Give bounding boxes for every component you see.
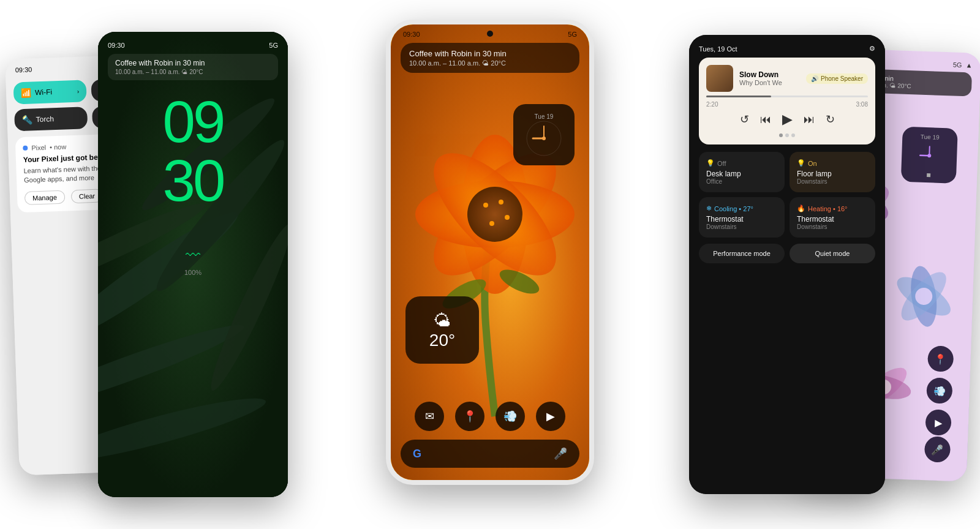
heat-icon: 🔥 (797, 204, 805, 212)
far-right-maps-icon[interactable]: 📍 (927, 345, 954, 372)
thermostat-heat-state: Heating • 16° (808, 205, 848, 212)
far-right-fan-icon[interactable]: 💨 (926, 377, 952, 403)
floor-lamp-header: 💡 On (797, 159, 868, 167)
manage-button[interactable]: Manage (24, 190, 65, 204)
music-player-card: Slow Down Why Don't We 🔊 Phone Speaker 2… (699, 58, 875, 144)
clock-face-svg (526, 120, 562, 157)
right-date: Tues, 19 Oct (699, 45, 737, 53)
center-dock: ✉ 📍 💨 ▶ (415, 402, 565, 431)
torch-tile[interactable]: 🔦 Torch (14, 107, 88, 131)
center-notif-sub: 10.00 a.m. – 11.00 a.m. 🌤 20°C (409, 59, 571, 67)
battery-percentage: 100% (108, 269, 278, 276)
center-status-bar: 09:30 5G (391, 24, 589, 38)
screen-center-main: 09:30 5G Coffee with Robin in 30 min 10.… (386, 20, 594, 485)
bulb-off-icon: 💡 (706, 159, 715, 167)
mic-icon[interactable]: 🎤 (554, 447, 567, 460)
screen-left-dark: 09:30 5G Coffee with Robin in 30 min 10.… (98, 32, 288, 497)
svg-point-16 (505, 215, 510, 220)
far-right-signal: 5G (953, 61, 962, 69)
floor-lamp-state: On (808, 160, 817, 167)
play-button[interactable]: ▶ (782, 111, 793, 127)
dot-indicators (706, 133, 868, 137)
fingerprint-icon[interactable]: 〰 (108, 247, 278, 264)
main-scene: 09:30 5G ▲ 📶 Wi-Fi › ⬡ Bluetooth 🔦 Torch (0, 0, 980, 529)
svg-point-13 (483, 203, 488, 208)
svg-point-14 (499, 200, 503, 204)
notif-time: • now (50, 143, 66, 151)
speaker-label: Phone Speaker (821, 75, 863, 82)
progress-fill (706, 96, 771, 97)
wifi-label: Wi-Fi (35, 88, 52, 97)
performance-mode-button[interactable]: Performance mode (699, 244, 785, 263)
right-status-bar: Tues, 19 Oct ⚙ (699, 45, 875, 53)
time-current: 2:20 (706, 101, 718, 108)
music-info: Slow Down Why Don't We (739, 70, 800, 86)
clock-widget-day: Tue 19 (535, 113, 554, 120)
music-artist: Why Don't We (739, 79, 800, 86)
center-notif-title: Coffee with Robin in 30 min (409, 49, 571, 58)
center-clock-widget: Tue 19 (513, 104, 575, 165)
thermostat-cool-state: Cooling • 27° (714, 205, 753, 212)
notif-dot (23, 146, 28, 151)
thermostat-heat-header: 🔥 Heating • 16° (797, 204, 868, 212)
signal-bars-icon: ▲ (965, 61, 972, 69)
desk-lamp-state: Off (717, 160, 726, 167)
gear-icon[interactable]: ⚙ (869, 45, 875, 53)
far-right-clock-widget: Tue 19 (901, 127, 958, 184)
left-dark-signal: 5G (269, 42, 278, 49)
notif-app: Pixel (31, 144, 46, 152)
svg-point-12 (467, 187, 522, 242)
center-notification-banner: Coffee with Robin in 30 min 10.00 a.m. –… (401, 43, 579, 73)
screen-right-smarthome: Tues, 19 Oct ⚙ Slow Down Why Don't We 🔊 … (689, 35, 885, 494)
dock-fan[interactable]: 💨 (496, 402, 525, 431)
thermostat-heat-location: Downstairs (797, 223, 868, 230)
left-dark-status-bar: 09:30 5G (108, 42, 278, 49)
center-weather-widget: 🌤 20° (405, 296, 479, 364)
smart-tile-thermostat-cool[interactable]: ❄ Cooling • 27° Thermostat Downstairs (699, 197, 785, 238)
desk-lamp-name: Desk lamp (706, 170, 777, 178)
left-dark-time: 09:30 (108, 42, 125, 49)
next-icon[interactable]: ⏭ (804, 113, 815, 126)
smart-tile-thermostat-heat[interactable]: 🔥 Heating • 16° Thermostat Downstairs (790, 197, 875, 238)
thermostat-cool-header: ❄ Cooling • 27° (706, 204, 777, 212)
smart-tile-floor-lamp[interactable]: 💡 On Floor lamp Downstairs (790, 152, 875, 192)
quiet-mode-button[interactable]: Quiet mode (790, 244, 875, 263)
far-left-time: 09:30 (15, 66, 32, 73)
music-times: 2:20 3:08 (706, 101, 868, 108)
far-right-dock: 📍 💨 ▶ (925, 345, 954, 435)
thermostat-cool-location: Downstairs (706, 223, 777, 230)
forward-icon[interactable]: ↻ (826, 113, 835, 126)
time-total: 3:08 (856, 101, 868, 108)
clock-dot (927, 173, 930, 177)
replay-icon[interactable]: ↺ (740, 113, 749, 126)
svg-point-22 (542, 137, 546, 140)
speaker-icon: 🔊 (811, 75, 818, 82)
far-right-youtube-icon[interactable]: ▶ (925, 409, 951, 435)
progress-bar[interactable] (706, 96, 868, 97)
wifi-icon: 📶 (21, 88, 32, 98)
smart-home-grid: 💡 Off Desk lamp Office 💡 On Floor lamp D… (699, 152, 875, 238)
dock-youtube[interactable]: ▶ (536, 402, 565, 431)
left-dark-notif-title: Coffee with Robin in 30 min (115, 59, 271, 67)
prev-icon[interactable]: ⏮ (760, 113, 771, 126)
music-track: Slow Down (739, 70, 800, 79)
bulb-on-icon: 💡 (797, 159, 805, 167)
mode-buttons: Performance mode Quiet mode (699, 244, 875, 263)
dock-mail[interactable]: ✉ (415, 402, 444, 431)
center-search-bar[interactable]: G 🎤 (401, 440, 579, 468)
thermostat-cool-name: Thermostat (706, 215, 777, 223)
wifi-tile[interactable]: 📶 Wi-Fi › (13, 80, 87, 104)
left-dark-notification: Coffee with Robin in 30 min 10.00 a.m. –… (108, 54, 278, 80)
music-controls: ↺ ⏮ ▶ ⏭ ↻ (706, 111, 868, 127)
google-logo: G (413, 448, 421, 460)
far-right-clock-face (913, 140, 945, 171)
torch-label: Torch (36, 114, 54, 124)
thermostat-heat-name: Thermostat (797, 215, 868, 223)
wifi-arrow: › (77, 88, 80, 94)
desk-lamp-location: Office (706, 178, 777, 185)
smart-tile-desk-lamp[interactable]: 💡 Off Desk lamp Office (699, 152, 785, 192)
cool-icon: ❄ (706, 204, 712, 212)
dock-maps[interactable]: 📍 (455, 402, 484, 431)
far-right-mic-button[interactable]: 🎤 (924, 436, 951, 462)
desk-lamp-header: 💡 Off (706, 159, 777, 167)
